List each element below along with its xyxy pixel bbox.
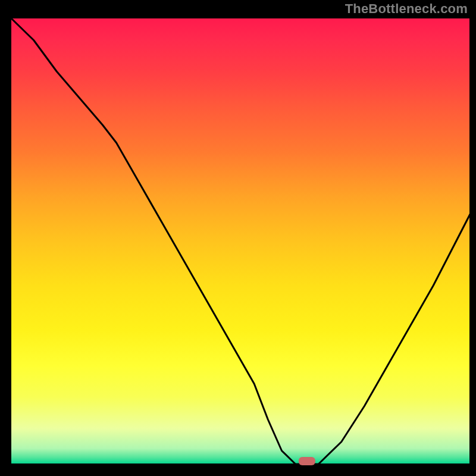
chart-frame: TheBottleneck.com [0,0,476,476]
plot-background [11,18,470,464]
bottleneck-chart [0,0,476,476]
optimal-marker [299,457,315,465]
